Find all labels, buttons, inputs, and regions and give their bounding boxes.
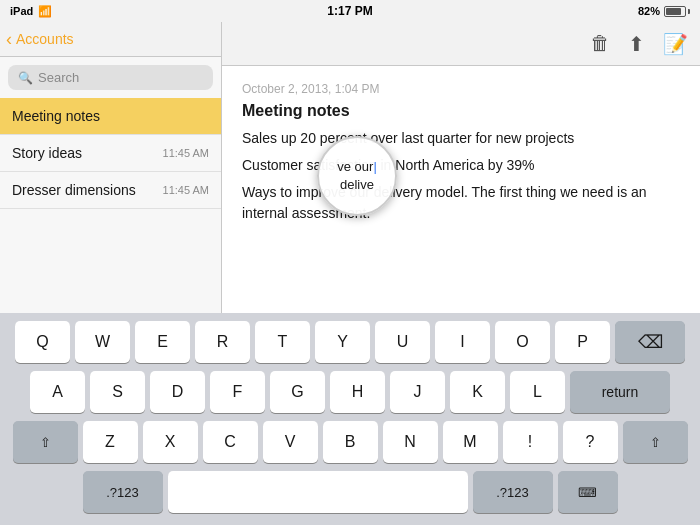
key-v[interactable]: V bbox=[263, 421, 318, 463]
key-t[interactable]: T bbox=[255, 321, 310, 363]
note-item-time-1: 11:45 AM bbox=[82, 147, 209, 159]
key-d[interactable]: D bbox=[150, 371, 205, 413]
carrier-label: iPad bbox=[10, 5, 33, 17]
key-u[interactable]: U bbox=[375, 321, 430, 363]
sidebar: ‹ Accounts 🔍 Search Meeting notes Story … bbox=[0, 22, 222, 313]
note-item-title-2: Dresser dimensions bbox=[12, 182, 136, 198]
status-right: 82% bbox=[638, 5, 690, 17]
battery-icon bbox=[664, 6, 690, 17]
shift-right-key[interactable]: ⇧ bbox=[623, 421, 688, 463]
note-item-0[interactable]: Meeting notes bbox=[0, 98, 221, 135]
status-left: iPad 📶 bbox=[10, 5, 52, 18]
key-n[interactable]: N bbox=[383, 421, 438, 463]
note-item-2[interactable]: Dresser dimensions 11:45 AM bbox=[0, 172, 221, 209]
wifi-icon: 📶 bbox=[38, 5, 52, 18]
note-item-1[interactable]: Story ideas 11:45 AM bbox=[0, 135, 221, 172]
main-content: ‹ Accounts 🔍 Search Meeting notes Story … bbox=[0, 22, 700, 313]
keyboard: Q W E R T Y U I O P ⌫ A S D F G H J K L … bbox=[0, 313, 700, 525]
search-placeholder: Search bbox=[38, 70, 79, 85]
keyboard-row-4: .?123 .?123 ⌨ bbox=[4, 471, 696, 513]
note-body-text: Sales up 20 percent over last quarter fo… bbox=[242, 128, 680, 224]
compose-note-button[interactable]: 📝 bbox=[663, 32, 688, 56]
key-c[interactable]: C bbox=[203, 421, 258, 463]
delete-key[interactable]: ⌫ bbox=[615, 321, 685, 363]
note-item-meta-2: Dresser dimensions 11:45 AM bbox=[12, 182, 209, 198]
sidebar-header: ‹ Accounts bbox=[0, 22, 221, 57]
key-g[interactable]: G bbox=[270, 371, 325, 413]
share-note-button[interactable]: ⬆ bbox=[628, 32, 645, 56]
search-bar[interactable]: 🔍 Search bbox=[8, 65, 213, 90]
status-time: 1:17 PM bbox=[327, 4, 372, 18]
note-item-time-2: 11:45 AM bbox=[136, 184, 209, 196]
key-y[interactable]: Y bbox=[315, 321, 370, 363]
key-i[interactable]: I bbox=[435, 321, 490, 363]
note-line-0: Sales up 20 percent over last quarter fo… bbox=[242, 128, 680, 149]
key-r[interactable]: R bbox=[195, 321, 250, 363]
key-w[interactable]: W bbox=[75, 321, 130, 363]
keyboard-row-3: ⇧ Z X C V B N M ! ? ⇧ bbox=[4, 421, 696, 463]
key-exclaim[interactable]: ! bbox=[503, 421, 558, 463]
delete-note-button[interactable]: 🗑 bbox=[590, 32, 610, 55]
note-line-1: Customer satisfaction in North America b… bbox=[242, 155, 680, 176]
keyboard-row-2: A S D F G H J K L return bbox=[4, 371, 696, 413]
num-sym-right-key[interactable]: .?123 bbox=[473, 471, 553, 513]
battery-pct-label: 82% bbox=[638, 5, 660, 17]
shift-key[interactable]: ⇧ bbox=[13, 421, 78, 463]
key-q[interactable]: Q bbox=[15, 321, 70, 363]
key-l[interactable]: L bbox=[510, 371, 565, 413]
key-e[interactable]: E bbox=[135, 321, 190, 363]
keyboard-row-1: Q W E R T Y U I O P ⌫ bbox=[4, 321, 696, 363]
space-key[interactable] bbox=[168, 471, 468, 513]
key-x[interactable]: X bbox=[143, 421, 198, 463]
key-z[interactable]: Z bbox=[83, 421, 138, 463]
key-a[interactable]: A bbox=[30, 371, 85, 413]
note-item-title-0: Meeting notes bbox=[12, 108, 100, 124]
note-title-text: Meeting notes bbox=[242, 102, 680, 120]
num-sym-left-key[interactable]: .?123 bbox=[83, 471, 163, 513]
note-item-meta-0: Meeting notes bbox=[12, 108, 209, 124]
key-p[interactable]: P bbox=[555, 321, 610, 363]
key-m[interactable]: M bbox=[443, 421, 498, 463]
key-h[interactable]: H bbox=[330, 371, 385, 413]
note-toolbar: 🗑 ⬆ 📝 bbox=[222, 22, 700, 66]
status-bar: iPad 📶 1:17 PM 82% bbox=[0, 0, 700, 22]
back-label: Accounts bbox=[16, 31, 74, 47]
search-icon: 🔍 bbox=[18, 71, 33, 85]
note-line-2: Ways to improve our delivery model. The … bbox=[242, 182, 680, 224]
back-chevron-icon: ‹ bbox=[6, 30, 12, 48]
return-key[interactable]: return bbox=[570, 371, 670, 413]
note-content[interactable]: October 2, 2013, 1:04 PM Meeting notes S… bbox=[222, 66, 700, 313]
note-date: October 2, 2013, 1:04 PM bbox=[242, 82, 680, 96]
back-button[interactable]: ‹ Accounts bbox=[6, 30, 74, 48]
key-j[interactable]: J bbox=[390, 371, 445, 413]
key-question[interactable]: ? bbox=[563, 421, 618, 463]
key-s[interactable]: S bbox=[90, 371, 145, 413]
keyboard-hide-key[interactable]: ⌨ bbox=[558, 471, 618, 513]
note-detail: 🗑 ⬆ 📝 October 2, 2013, 1:04 PM Meeting n… bbox=[222, 22, 700, 313]
key-f[interactable]: F bbox=[210, 371, 265, 413]
note-list: Meeting notes Story ideas 11:45 AM Dress… bbox=[0, 98, 221, 313]
key-o[interactable]: O bbox=[495, 321, 550, 363]
key-k[interactable]: K bbox=[450, 371, 505, 413]
note-item-title-1: Story ideas bbox=[12, 145, 82, 161]
note-item-meta-1: Story ideas 11:45 AM bbox=[12, 145, 209, 161]
key-b[interactable]: B bbox=[323, 421, 378, 463]
